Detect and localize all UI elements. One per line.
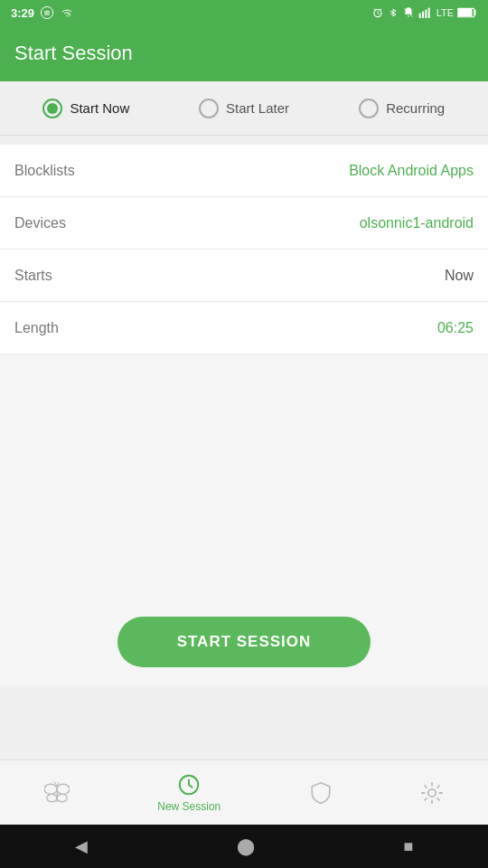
- status-bar-right: LTE: [371, 6, 477, 19]
- android-home-button[interactable]: ⬤: [237, 836, 255, 856]
- bottom-nav: New Session: [0, 760, 488, 825]
- devices-label: Devices: [14, 215, 66, 231]
- android-back-button[interactable]: ◀: [75, 836, 88, 856]
- starts-value: Now: [445, 268, 474, 284]
- svg-rect-4: [422, 12, 424, 18]
- status-bar: 3:29 ?: [0, 0, 488, 25]
- start-session-container: START SESSION: [0, 599, 488, 685]
- svg-rect-8: [458, 9, 473, 16]
- status-bar-left: 3:29 ?: [11, 5, 74, 20]
- butterfly-icon: [44, 780, 70, 806]
- tab-start-now[interactable]: Start Now: [7, 99, 165, 118]
- radio-start-later: [199, 99, 219, 118]
- tab-row: Start Now Start Later Recurring: [0, 81, 488, 136]
- length-label: Length: [14, 320, 59, 336]
- svg-rect-6: [427, 8, 429, 18]
- tab-label-start-later: Start Later: [226, 100, 289, 116]
- svg-rect-3: [418, 14, 420, 18]
- svg-point-12: [57, 794, 67, 801]
- radio-inner-start-now: [47, 103, 58, 114]
- wifi-icon: ?: [60, 5, 74, 20]
- blocklists-value: Block Android Apps: [349, 163, 474, 179]
- page-title: Start Session: [14, 42, 133, 65]
- nav-item-shield[interactable]: [309, 781, 333, 805]
- devices-row[interactable]: Devices olsonnic1-android: [0, 197, 488, 250]
- svg-point-9: [44, 784, 57, 794]
- svg-point-11: [47, 794, 57, 801]
- bluetooth-icon: [388, 6, 399, 19]
- length-value: 06:25: [437, 320, 474, 336]
- svg-rect-5: [425, 10, 427, 18]
- new-session-clock-icon: [177, 773, 201, 797]
- blocklists-label: Blocklists: [14, 163, 75, 179]
- radio-recurring: [359, 99, 379, 118]
- svg-text:?: ?: [68, 13, 71, 18]
- tab-label-recurring: Recurring: [386, 100, 445, 116]
- app-header: Start Session: [0, 25, 488, 81]
- empty-space: [0, 354, 488, 599]
- spotify-icon: [40, 5, 54, 20]
- alarm-icon: [371, 6, 384, 19]
- android-nav-bar: ◀ ⬤ ■: [0, 825, 488, 868]
- nav-label-new-session: New Session: [157, 800, 221, 813]
- tab-recurring[interactable]: Recurring: [323, 99, 481, 118]
- content-area: Blocklists Block Android Apps Devices ol…: [0, 136, 488, 685]
- settings-gear-icon: [420, 781, 444, 805]
- radio-start-now: [42, 99, 62, 118]
- signal-icon: [418, 6, 433, 19]
- battery-icon: [457, 7, 477, 18]
- nav-item-butterfly[interactable]: [44, 780, 70, 806]
- svg-point-14: [428, 788, 436, 796]
- length-row[interactable]: Length 06:25: [0, 302, 488, 354]
- blocklists-row[interactable]: Blocklists Block Android Apps: [0, 145, 488, 197]
- svg-point-10: [57, 784, 70, 794]
- starts-label: Starts: [14, 268, 52, 284]
- status-time: 3:29: [11, 6, 34, 20]
- start-session-button[interactable]: START SESSION: [117, 617, 371, 667]
- devices-value: olsonnic1-android: [360, 215, 474, 231]
- starts-row[interactable]: Starts Now: [0, 250, 488, 302]
- lte-label: LTE: [436, 7, 454, 18]
- nav-item-new-session[interactable]: New Session: [157, 773, 221, 813]
- shield-icon: [309, 781, 333, 805]
- tab-start-later[interactable]: Start Later: [165, 99, 324, 118]
- android-recent-button[interactable]: ■: [404, 837, 414, 856]
- bell-mute-icon: [402, 6, 415, 19]
- nav-item-settings[interactable]: [420, 781, 444, 805]
- tab-label-start-now: Start Now: [70, 100, 129, 116]
